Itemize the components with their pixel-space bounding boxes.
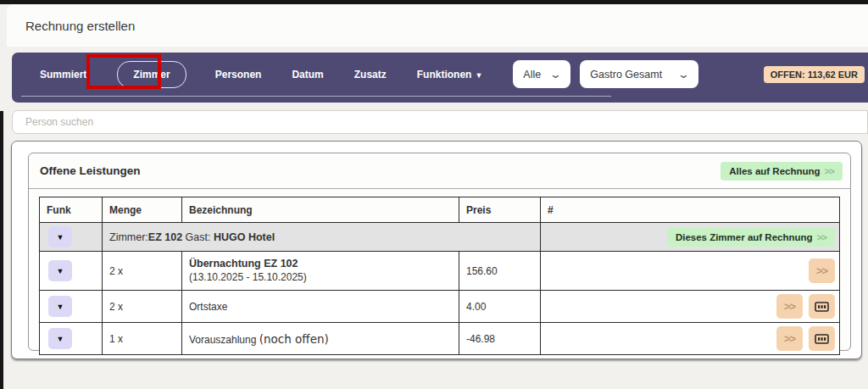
panel-title: Offene Leistungen <box>40 164 141 177</box>
open-services-table: Funk Menge Bezeichnung Preis # ▼ Zimmer:… <box>39 197 840 355</box>
caret-down-icon: ▼ <box>57 267 64 275</box>
service-status: (noch offen) <box>259 332 329 346</box>
dropdown-value: Alle <box>523 69 541 81</box>
service-name: Übernachtung EZ 102 <box>189 258 452 271</box>
double-chevron-icon: >> <box>817 232 826 242</box>
double-chevron-icon: >> <box>784 300 795 313</box>
funk-dropdown-button[interactable]: ▼ <box>48 328 72 349</box>
room-group-label: Zimmer:EZ 102 Gast: HUGO Hotel <box>109 231 275 243</box>
page-title: Rechnung erstellen <box>25 19 135 33</box>
funktionen-menu-button[interactable]: Funktionen▼ <box>417 62 483 87</box>
quantity-cell: 2 x <box>103 291 182 323</box>
tab-summiert[interactable]: Summiert <box>40 62 86 87</box>
background-left-strip <box>0 111 3 389</box>
move-to-invoice-button[interactable]: >> <box>776 294 803 319</box>
filter-dropdown-alle[interactable]: Alle ⌄ <box>513 60 570 88</box>
chevron-down-icon: ⌄ <box>549 71 562 78</box>
service-name: Vorauszahlung <box>189 334 259 346</box>
search-input[interactable] <box>12 110 868 134</box>
col-menge: Menge <box>103 197 182 223</box>
open-amount-badge: OFFEN: 113,62 EUR <box>764 66 865 83</box>
quantity-numpad-button[interactable] <box>809 294 835 319</box>
numpad-icon <box>815 302 829 312</box>
open-services-panel: Offene Leistungen Alles auf Rechnung >> … <box>28 153 851 351</box>
table-row: ▼ 2 x Übernachtung EZ 102 (13.10.2025 - … <box>40 252 840 291</box>
double-chevron-icon: >> <box>784 332 795 345</box>
caret-down-icon: ▼ <box>57 335 64 343</box>
col-hash: # <box>541 197 840 223</box>
table-row: ▼ 2 x Ortstaxe 4.00 >> <box>40 291 840 323</box>
window-header: Rechnung erstellen <box>7 4 868 47</box>
quantity-cell: 1 x <box>103 323 182 355</box>
numpad-icon <box>815 334 829 344</box>
service-name: Ortstaxe <box>189 301 227 313</box>
room-group-row: ▼ Zimmer:EZ 102 Gast: HUGO Hotel Dieses … <box>40 223 840 252</box>
caret-down-icon: ▼ <box>57 233 64 242</box>
service-dates: (13.10.2025 - 15.10.2025) <box>189 271 452 284</box>
tab-datum[interactable]: Datum <box>292 62 323 87</box>
move-to-invoice-button[interactable]: >> <box>776 326 803 351</box>
price-cell: 4.00 <box>459 291 541 323</box>
funk-dropdown-button[interactable]: ▼ <box>48 226 72 247</box>
dropdown-value: Gastro Gesamt <box>590 69 662 81</box>
table-row: ▼ 1 x Vorauszahlung (noch offen) -46.98 … <box>40 323 840 355</box>
filter-dropdown-gastro[interactable]: Gastro Gesamt ⌄ <box>580 60 698 88</box>
col-funk: Funk <box>40 197 103 223</box>
funk-dropdown-button[interactable]: ▼ <box>48 296 72 317</box>
chevron-down-icon: ⌄ <box>677 71 690 78</box>
tab-zimmer[interactable]: Zimmer <box>117 61 186 88</box>
tab-zusatz[interactable]: Zusatz <box>354 62 387 87</box>
col-preis: Preis <box>459 197 541 223</box>
double-chevron-icon: >> <box>816 264 827 277</box>
double-chevron-icon: >> <box>825 166 834 176</box>
room-to-invoice-button[interactable]: Dieses Zimmer auf Rechnung >> <box>667 228 835 247</box>
caret-down-icon: ▼ <box>57 303 64 311</box>
invoice-toolbar: Summiert Zimmer Personen Datum Zusatz Fu… <box>12 53 868 103</box>
caret-down-icon: ▼ <box>475 71 482 80</box>
quantity-cell: 2 x <box>103 252 182 291</box>
all-to-invoice-button[interactable]: Alles auf Rechnung >> <box>721 162 843 181</box>
col-bezeichnung: Bezeichnung <box>182 197 459 223</box>
tab-personen[interactable]: Personen <box>215 62 262 87</box>
toolbar-divider <box>21 96 611 97</box>
price-cell: -46.98 <box>459 323 541 355</box>
table-header-row: Funk Menge Bezeichnung Preis # <box>40 197 840 223</box>
panel-header: Offene Leistungen Alles auf Rechnung >> <box>29 153 850 189</box>
content-container: Offene Leistungen Alles auf Rechnung >> … <box>11 141 862 359</box>
funk-dropdown-button[interactable]: ▼ <box>48 260 72 281</box>
quantity-numpad-button[interactable] <box>809 326 835 351</box>
price-cell: 156.60 <box>459 252 541 291</box>
move-to-invoice-button[interactable]: >> <box>809 258 835 283</box>
